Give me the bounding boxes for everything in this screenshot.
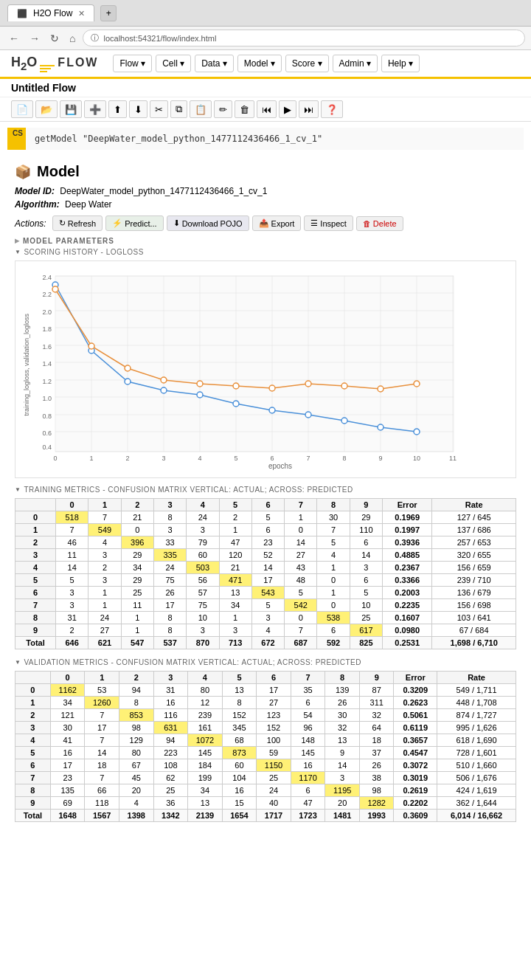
cut-button[interactable]: ✂ [150,100,168,118]
validation-metrics-header[interactable]: VALIDATION METRICS - CONFUSION MATRIX VE… [15,658,516,666]
cell-value: 100 [257,734,291,747]
cell-value: 3 [56,599,88,612]
download-pojo-button[interactable]: ⬇ Download POJO [167,215,249,231]
nav-flow[interactable]: Flow ▾ [113,55,152,72]
browser-tab[interactable]: ⬛ H2O Flow ✕ [7,4,94,21]
row-label: 7 [15,772,51,784]
edit-button[interactable]: ✏ [214,100,232,118]
cell-value: 30 [325,709,360,722]
run-button[interactable]: ▶ [279,100,296,118]
svg-text:9: 9 [378,455,382,460]
new-tab-button[interactable]: + [100,5,117,21]
run-prev-button[interactable]: ⏮ [257,100,277,118]
cell-value: 18 [359,734,394,747]
cell-value: 69 [50,797,85,810]
delete-cell-button[interactable]: 🗑 [235,100,254,118]
chart-wrapper: training_logloss, validation_logloss 2.4… [15,260,516,478]
export-button[interactable]: 📤 Export [252,215,302,231]
cell-value: 60 [187,549,219,562]
val-col-9: 9 [359,672,394,684]
cell-value: 853 [119,709,153,722]
cell-value: 8 [153,511,186,524]
error-value: 0.0980 [383,624,432,637]
cell-value: 27 [257,697,291,709]
logo-lines [40,65,55,72]
svg-point-45 [52,286,58,292]
back-button[interactable]: ← [6,31,22,46]
cell-value: 1 [317,587,350,599]
cell-value: 3 [350,562,382,574]
cell-value: 38 [359,772,394,784]
open-button[interactable]: 📂 [35,100,58,118]
chart-ylabel: training_logloss, validation_logloss [23,314,30,416]
svg-text:6: 6 [270,455,274,460]
nav-score[interactable]: Score ▾ [285,55,329,72]
reload-button[interactable]: ↻ [47,31,62,46]
cell-value: 13 [325,734,360,747]
cell-value: 239 [188,709,223,722]
predict-button[interactable]: ⚡ Predict... [105,215,163,231]
refresh-button[interactable]: ↻ Refresh [52,215,103,231]
cell-value: 17 [153,599,186,612]
cell-value: 24 [88,612,121,624]
val-col-8: 8 [325,672,360,684]
training-metrics-header[interactable]: TRAINING METRICS - CONFUSION MATRIX VERT… [15,486,516,494]
nav-cell[interactable]: Cell ▾ [156,55,191,72]
cell-value: 118 [85,797,119,810]
add-button[interactable]: ➕ [84,100,106,118]
svg-text:1: 1 [89,455,93,460]
svg-point-44 [414,429,420,435]
cell-value: 1 [88,599,121,612]
cell-value: 29 [121,549,153,562]
table-row: 0116253943180131735139870.3209549 / 1,71… [15,684,516,697]
cell-value: 345 [222,722,257,734]
table-row: 969118436131540472012820.2202362 / 1,644 [15,797,516,810]
forward-button[interactable]: → [27,31,43,46]
error-value: 0.3072 [394,759,437,772]
model-params-header[interactable]: MODEL PARAMETERS [15,237,516,245]
cell-value: 7 [56,524,88,536]
cell-value: 1 [121,612,153,624]
cell-value: 27 [285,549,317,562]
row-label: 7 [15,599,56,612]
cell-code: getModel "DeepWater_model_python_1477112… [26,128,524,150]
svg-point-51 [269,385,275,391]
cell-value: 1 [219,612,251,624]
val-col-3: 3 [153,672,188,684]
error-value: 0.3209 [394,684,437,697]
cell-value: 6 [350,536,382,549]
actions-label: Actions: [15,218,46,229]
new-cell-button[interactable]: 📄 [11,100,33,118]
cell-value: 6 [251,524,284,536]
cell-value: 335 [153,549,186,562]
address-bar[interactable]: ⓘ localhost:54321/flow/index.html [83,30,525,46]
nav-model[interactable]: Model ▾ [237,55,282,72]
rate-value: 127 / 645 [432,511,516,524]
copy-button[interactable]: ⧉ [170,100,187,118]
col-5: 5 [219,499,251,511]
run-all-button[interactable]: ⏭ [299,100,319,118]
home-button[interactable]: ⌂ [66,31,78,46]
move-up-button[interactable]: ⬆ [108,100,127,118]
save-button[interactable]: 💾 [60,100,82,118]
nav-admin[interactable]: Admin ▾ [333,55,378,72]
table-row: 1341260816128276263110.2623448 / 1,708 [15,697,516,709]
error-value: 0.2235 [383,599,432,612]
row-label: 4 [15,734,51,747]
tab-close-icon[interactable]: ✕ [78,9,85,18]
h2o-title-bar: Untitled Flow [0,79,531,97]
nav-data[interactable]: Data ▾ [195,55,234,72]
row-label: 9 [15,797,51,810]
move-down-button[interactable]: ⬇ [129,100,148,118]
cell-value: 25 [121,587,153,599]
scoring-header[interactable]: SCORING HISTORY - LOGLOSS [15,248,516,256]
help-button[interactable]: ❓ [321,100,343,118]
inspect-button[interactable]: ☰ Inspect [304,215,353,231]
row-label: 9 [15,624,56,637]
delete-button[interactable]: 🗑 Delete [356,216,403,231]
chart-inner: training_logloss, validation_logloss 2.4… [23,269,508,460]
nav-help[interactable]: Help ▾ [381,55,420,72]
total-cell: 646 [56,637,88,649]
cell-value: 62 [153,772,188,784]
paste-button[interactable]: 📋 [190,100,212,118]
